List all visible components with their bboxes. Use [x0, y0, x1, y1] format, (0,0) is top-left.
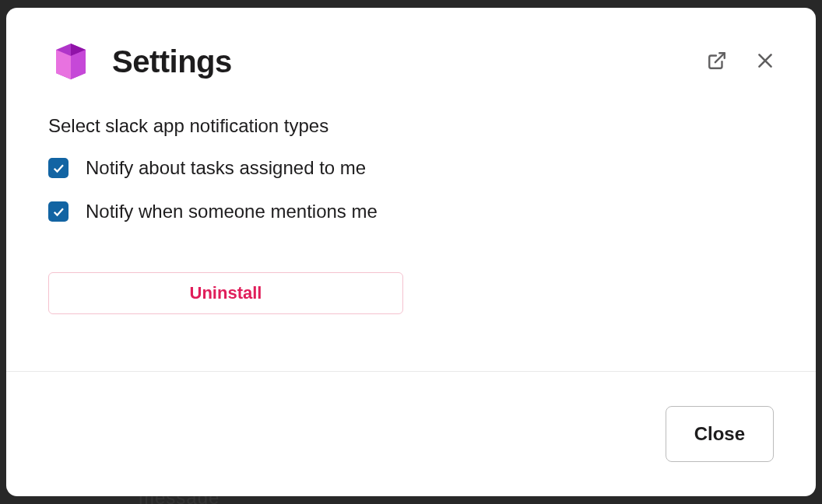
checkmark-icon [51, 205, 65, 219]
modal-body: Select slack app notification types Noti… [6, 100, 816, 371]
notify-mentions-checkbox[interactable] [48, 201, 68, 222]
close-x-button[interactable] [752, 47, 778, 76]
checkmark-icon [51, 161, 65, 175]
open-externally-button[interactable] [704, 47, 730, 76]
modal-header: Settings [6, 8, 816, 100]
uninstall-button[interactable]: Uninstall [48, 272, 403, 314]
settings-modal: Settings [6, 8, 816, 496]
external-link-icon [707, 51, 727, 73]
notification-option-row: Notify when someone mentions me [48, 201, 774, 222]
modal-title: Settings [112, 44, 685, 79]
notification-option-row: Notify about tasks assigned to me [48, 157, 774, 179]
notify-mentions-label: Notify when someone mentions me [86, 201, 378, 222]
close-icon [755, 51, 775, 73]
notify-tasks-checkbox[interactable] [48, 158, 68, 178]
app-icon [48, 39, 93, 84]
header-actions [704, 47, 778, 76]
modal-footer: Close [6, 371, 816, 496]
close-button[interactable]: Close [666, 406, 774, 462]
notify-tasks-label: Notify about tasks assigned to me [86, 157, 366, 179]
svg-line-4 [715, 53, 725, 62]
notification-section-label: Select slack app notification types [48, 115, 774, 137]
